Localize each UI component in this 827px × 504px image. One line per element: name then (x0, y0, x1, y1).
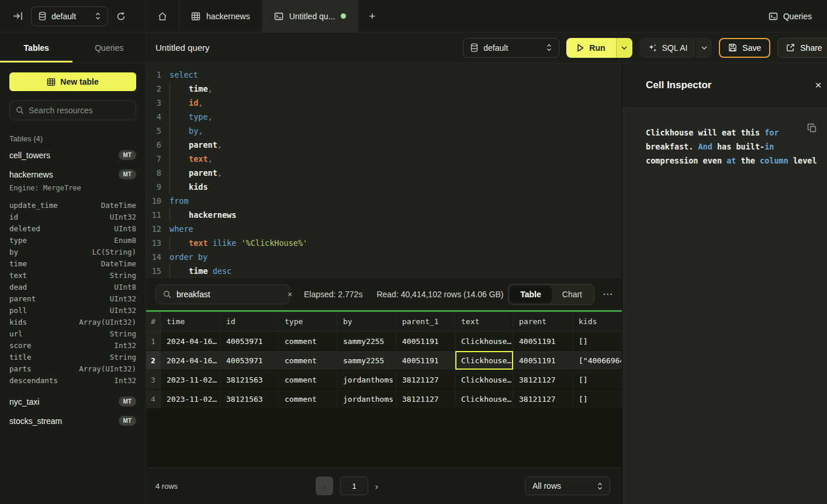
run-button[interactable]: Run (566, 38, 615, 58)
code-line: 9kids (146, 180, 622, 194)
sidebar-tab-tables[interactable]: Tables (0, 33, 73, 62)
table-cell[interactable]: comment (279, 332, 337, 350)
table-cell[interactable]: [] (573, 332, 622, 350)
tab-hackernews[interactable]: hackernews (179, 0, 262, 32)
table-row[interactable]: 32023-11-02…38121563commentjordanthoms38… (146, 370, 622, 390)
column-header-id[interactable]: id (220, 312, 279, 331)
database-icon (470, 43, 478, 52)
table-cell[interactable]: 38121127 (513, 390, 573, 408)
sql-editor[interactable]: 1select2time,3id,4type,5by,6parent,7text… (146, 63, 622, 278)
table-cell[interactable]: sammy2255 (337, 351, 396, 370)
run-options-button[interactable] (616, 38, 632, 58)
sql-ai-button[interactable]: SQL AI (639, 38, 696, 58)
table-cell[interactable]: Clickhouse… (455, 390, 513, 408)
table-cell[interactable]: [] (573, 370, 622, 389)
engine-badge: MT (119, 150, 136, 160)
refresh-icon[interactable] (116, 12, 126, 21)
more-options-icon[interactable]: ⋯ (603, 288, 613, 300)
table-row[interactable]: 42023-11-02…38121563commentjordanthoms38… (146, 390, 622, 409)
column-type: Array(UInt32) (79, 318, 136, 326)
page-number-input[interactable] (340, 477, 368, 495)
code-line: 8parent, (146, 166, 622, 180)
sidebar-tab-queries[interactable]: Queries (73, 33, 146, 62)
next-page-button[interactable]: › (375, 481, 378, 491)
indent-guide: type, (169, 110, 213, 124)
table-cell[interactable]: jordanthoms (337, 390, 396, 408)
table-cell[interactable]: comment (279, 351, 337, 370)
table-cell[interactable]: Clickhouse… (455, 351, 513, 370)
code-content: text, (161, 152, 213, 166)
table-cell[interactable]: comment (279, 370, 337, 389)
table-cell[interactable]: 38121127 (513, 370, 573, 389)
view-toggle-chart[interactable]: Chart (552, 286, 593, 303)
sql-ai-options-button[interactable] (695, 38, 712, 58)
results-search[interactable]: × (155, 284, 290, 304)
page-size-selector[interactable]: All rows (525, 477, 610, 495)
collapse-sidebar-icon[interactable] (13, 12, 23, 20)
search-resources-input[interactable] (29, 106, 122, 115)
table-cell[interactable]: 2024-04-16… (161, 351, 220, 370)
new-table-button[interactable]: New table (9, 72, 136, 91)
column-header-type[interactable]: type (279, 312, 337, 331)
table-cell[interactable]: 38121127 (396, 370, 455, 389)
column-header-time[interactable]: time (161, 312, 220, 331)
clear-search-icon[interactable]: × (288, 290, 292, 299)
indent-guide: text ilike '%ClickHouse%' (169, 236, 307, 250)
previous-page-button[interactable]: ‹ (316, 477, 333, 495)
tab-untitled-query[interactable]: Untitled qu... (262, 0, 359, 32)
code-line: 6parent, (146, 138, 622, 152)
row-number: 3 (146, 370, 161, 389)
table-cell[interactable]: 40051191 (396, 351, 455, 370)
column-header-kids[interactable]: kids (573, 312, 622, 331)
table-cell[interactable]: 2023-11-02… (161, 390, 220, 408)
copy-icon[interactable] (807, 123, 817, 133)
sidebar-search[interactable] (9, 100, 136, 120)
results-search-input[interactable] (177, 290, 282, 299)
tab-home[interactable] (146, 0, 179, 32)
database-selector[interactable]: default (31, 6, 108, 26)
queries-shortcut[interactable]: Queries (769, 0, 827, 32)
table-row[interactable]: 22024-04-16…40053971commentsammy22554005… (146, 351, 622, 370)
table-cell[interactable]: sammy2255 (337, 332, 396, 350)
table-cell[interactable]: 38121563 (220, 390, 279, 408)
table-cell[interactable]: 40053971 (220, 332, 279, 350)
table-cell[interactable]: jordanthoms (337, 370, 396, 389)
query-database-selector[interactable]: default (463, 38, 559, 58)
table-cell[interactable]: 2024-04-16… (161, 332, 220, 350)
close-icon[interactable]: × (815, 79, 822, 92)
table-item-stocks_stream[interactable]: stocks_streamMT (0, 411, 146, 430)
column-header-parent[interactable]: parent (513, 312, 573, 331)
table-name: nyc_taxi (9, 397, 39, 406)
table-cell[interactable]: Clickhouse… (455, 370, 513, 389)
line-number: 9 (146, 180, 161, 194)
table-cell[interactable]: 38121563 (220, 370, 279, 389)
table-cell[interactable]: 40053971 (220, 351, 279, 370)
code-content: type, (161, 110, 213, 124)
table-cell[interactable]: [] (573, 390, 622, 408)
table-item-hackernews[interactable]: hackernewsMT (0, 165, 146, 184)
column-header-#[interactable]: # (146, 312, 161, 331)
table-cell[interactable]: 40051191 (513, 332, 573, 350)
table-cell[interactable]: 2023-11-02… (161, 370, 220, 389)
share-button[interactable]: Share (777, 38, 827, 58)
table-cell[interactable]: ["40066964… (573, 351, 622, 370)
column-item: timeDateTime (9, 258, 136, 269)
read-stat: Read: 40,414,102 rows (14.06 GB) (376, 290, 503, 299)
cell-value-line: compression even at the column level (646, 154, 817, 168)
table-item-nyc_taxi[interactable]: nyc_taxiMT (0, 392, 146, 411)
column-header-text[interactable]: text (455, 312, 513, 331)
table-cell[interactable]: comment (279, 390, 337, 408)
column-type: UInt32 (110, 294, 136, 303)
column-item: pollUInt32 (9, 304, 136, 316)
table-cell[interactable]: 38121127 (396, 390, 455, 408)
column-header-parent_1[interactable]: parent_1 (396, 312, 455, 331)
table-row[interactable]: 12024-04-16…40053971commentsammy22554005… (146, 332, 622, 351)
view-toggle-table[interactable]: Table (510, 286, 552, 303)
table-cell[interactable]: 40051191 (396, 332, 455, 350)
table-cell[interactable]: Clickhouse… (455, 332, 513, 350)
table-cell[interactable]: 40051191 (513, 351, 573, 370)
table-item-cell_towers[interactable]: cell_towersMT (0, 145, 146, 165)
new-tab-button[interactable]: + (358, 0, 386, 32)
save-button[interactable]: Save (719, 38, 770, 58)
column-header-by[interactable]: by (337, 312, 396, 331)
